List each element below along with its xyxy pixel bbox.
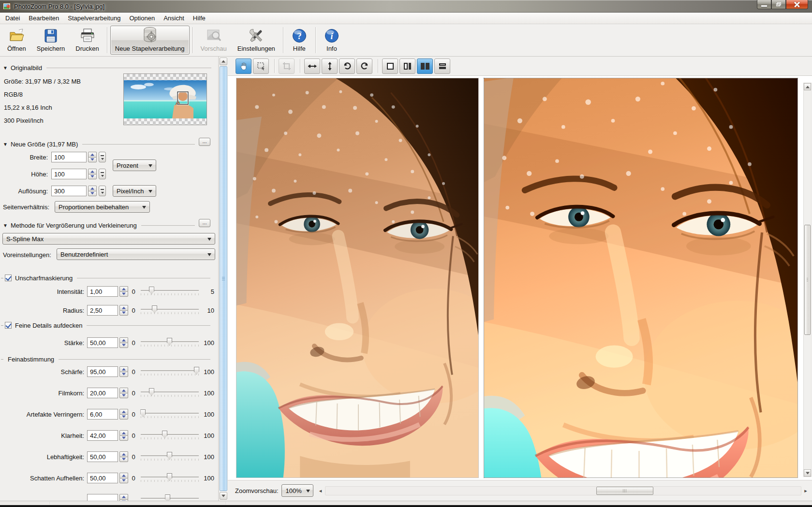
aspect-ratio-select[interactable]: Proportionen beibehalten (55, 201, 150, 213)
hand-tool[interactable] (236, 58, 251, 74)
restore-button[interactable] (771, 0, 786, 9)
preview-horizontal-scrollbar[interactable] (325, 486, 801, 495)
slider-value-input[interactable] (87, 337, 118, 348)
slider-min-label: 0 (128, 288, 139, 295)
view-single[interactable] (382, 58, 398, 74)
slider-spinner[interactable] (119, 286, 128, 297)
slider-spinner[interactable] (119, 409, 128, 420)
view-split[interactable] (399, 58, 415, 74)
slider-value-input[interactable] (87, 451, 118, 462)
view-top-bottom[interactable] (434, 58, 450, 74)
method-select[interactable]: S-Spline Max (2, 233, 215, 245)
slider[interactable] (140, 494, 200, 501)
resolution-spinner[interactable] (88, 186, 97, 196)
preview-image-before[interactable] (236, 78, 479, 478)
menu-item-datei[interactable]: Datei (1, 13, 24, 24)
size-unit-select[interactable]: Prozent (113, 159, 156, 171)
section-originalbild[interactable]: ▼ Originalbild (3, 63, 211, 72)
group-checkbox[interactable] (5, 322, 12, 329)
slider[interactable] (140, 337, 200, 348)
slider[interactable] (140, 388, 200, 398)
group-checkbox[interactable] (5, 275, 12, 281)
svg-text:i: i (330, 31, 333, 41)
method-more-button[interactable]: ... (199, 219, 210, 227)
settings-button[interactable]: Einstellungen (233, 26, 280, 55)
slider-spinner[interactable] (119, 366, 128, 377)
slider-value-input[interactable] (87, 388, 118, 398)
menu-item-bearbeiten[interactable]: Bearbeiten (24, 13, 63, 24)
menu-item-ansicht[interactable]: Ansicht (159, 13, 189, 24)
view-side-by-side[interactable] (417, 58, 433, 74)
presets-select[interactable]: Benutzerdefiniert (57, 248, 215, 260)
scroll-right-button[interactable]: ▸ (802, 486, 809, 495)
height-row: Höhe: (0, 168, 106, 180)
section-neue-groesse[interactable]: ▼ Neue Größe (31,97 MB) (3, 140, 211, 148)
slider-spinner[interactable] (119, 494, 128, 501)
width-input[interactable] (51, 152, 87, 162)
width-spinner[interactable] (88, 152, 97, 162)
menu-item-hilfe[interactable]: Hilfe (189, 13, 210, 24)
help-button[interactable]: ? Hilfe (286, 26, 312, 55)
preview-button: Vorschau (196, 26, 232, 55)
sidebar-scrollbar-thumb[interactable] (220, 66, 227, 491)
new-batch-button[interactable]: Neue Stapelverarbeitung (110, 26, 190, 55)
scroll-left-button[interactable]: ◂ (317, 486, 324, 495)
slider[interactable] (140, 430, 200, 441)
rotate-ccw-button[interactable] (339, 58, 355, 74)
resolution-options-button[interactable] (99, 186, 106, 196)
sidebar-scrollbar[interactable] (219, 57, 228, 501)
rotate-cw-button[interactable] (356, 58, 372, 74)
info-button[interactable]: i Info (319, 26, 345, 55)
slider[interactable] (140, 473, 200, 483)
slider-spinner[interactable] (119, 337, 128, 348)
open-button[interactable]: Öffnen (2, 26, 31, 55)
slider-value-input[interactable] (87, 286, 118, 297)
scroll-down-button[interactable] (804, 469, 811, 477)
slider-value-input[interactable] (87, 409, 118, 420)
slider-value-input[interactable] (87, 494, 118, 501)
slider-label: Schatten Aufhellen: (0, 475, 87, 482)
new-size-more-button[interactable]: ... (199, 138, 210, 146)
menu-item-stapelverarbeitung[interactable]: Stapelverarbeitung (63, 13, 125, 24)
resolution-unit-select[interactable]: Pixel/Inch (113, 185, 156, 197)
resolution-input[interactable] (51, 186, 87, 196)
minimize-button[interactable] (757, 0, 771, 9)
slider[interactable] (140, 409, 200, 420)
preview-image-after[interactable] (484, 78, 798, 478)
slider-value-input[interactable] (87, 305, 118, 316)
marquee-tool[interactable] (253, 58, 269, 74)
slider[interactable] (140, 451, 200, 462)
preview-vertical-scrollbar[interactable] (803, 83, 812, 477)
zoom-level-select[interactable]: 100% (281, 484, 313, 497)
scroll-up-button[interactable] (220, 58, 227, 65)
slider-max-label: 100 (201, 432, 214, 439)
slider-spinner[interactable] (119, 430, 128, 441)
slider-thumb[interactable] (165, 494, 170, 501)
close-button[interactable] (786, 0, 808, 9)
save-button[interactable]: Speichern (32, 26, 70, 55)
horizontal-scrollbar-thumb[interactable] (596, 487, 653, 495)
slider[interactable] (140, 305, 200, 316)
slider-value-input[interactable] (87, 473, 118, 483)
slider-spinner[interactable] (119, 388, 128, 398)
height-spinner[interactable] (88, 169, 97, 179)
slider[interactable] (140, 286, 200, 297)
scroll-down-button[interactable] (220, 492, 227, 500)
slider-value-input[interactable] (87, 366, 118, 377)
slider-spinner[interactable] (119, 473, 128, 483)
width-options-button[interactable] (99, 152, 106, 162)
section-methode[interactable]: ▼ Methode für Vergrößerung und Verkleine… (3, 221, 211, 230)
scroll-up-button[interactable] (804, 83, 811, 90)
vertical-scrollbar-thumb[interactable] (804, 225, 811, 335)
slider-value-input[interactable] (87, 430, 118, 441)
flip-horizontal-button[interactable] (304, 58, 320, 74)
slider-spinner[interactable] (119, 451, 128, 462)
flip-vertical-button[interactable] (322, 58, 338, 74)
slider[interactable] (140, 366, 200, 377)
height-input[interactable] (51, 169, 87, 179)
print-button[interactable]: Drucken (71, 26, 103, 55)
tools-icon (247, 28, 266, 44)
height-options-button[interactable] (99, 169, 106, 179)
menu-item-optionen[interactable]: Optionen (125, 13, 159, 24)
slider-spinner[interactable] (119, 305, 128, 316)
